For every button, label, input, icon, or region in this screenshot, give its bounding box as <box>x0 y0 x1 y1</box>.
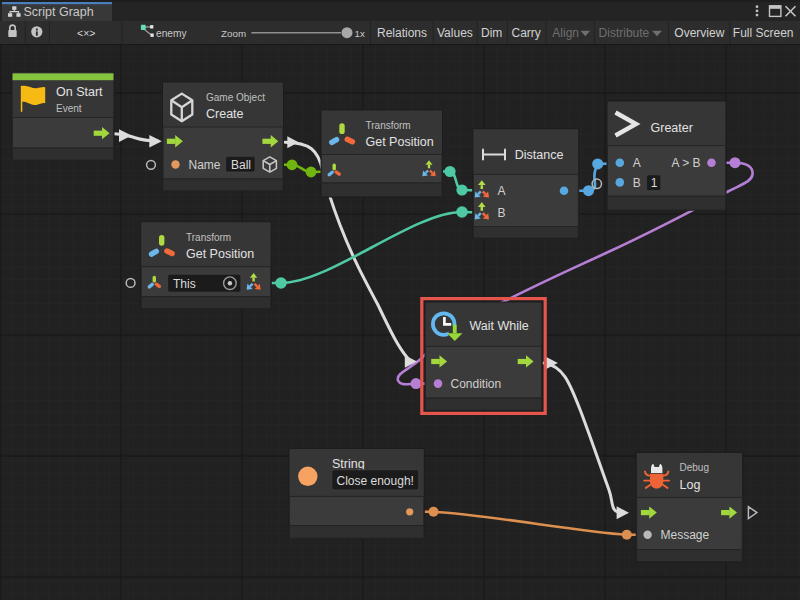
svg-text:Overview: Overview <box>674 26 724 40</box>
svg-text:Ball: Ball <box>231 158 251 172</box>
svg-text:1x: 1x <box>355 28 365 39</box>
svg-text:Close enough!: Close enough! <box>337 474 414 488</box>
svg-text:B: B <box>498 206 506 220</box>
svg-text:Script Graph: Script Graph <box>24 5 94 19</box>
svg-text:A > B: A > B <box>672 156 701 170</box>
svg-text:Dim: Dim <box>481 26 502 40</box>
svg-text:Full Screen: Full Screen <box>733 26 794 40</box>
svg-text:Name: Name <box>189 158 221 172</box>
svg-text:Log: Log <box>680 478 701 492</box>
svg-text:A: A <box>498 184 506 198</box>
svg-text:Event: Event <box>56 103 82 114</box>
svg-text:1: 1 <box>651 176 658 190</box>
svg-text:Create: Create <box>206 107 244 121</box>
svg-text:Wait While: Wait While <box>470 319 529 333</box>
svg-text:Distribute: Distribute <box>599 26 650 40</box>
svg-text:Condition: Condition <box>451 377 502 391</box>
svg-text:Align: Align <box>552 26 579 40</box>
svg-text:String: String <box>332 457 365 471</box>
svg-text:This: This <box>173 277 196 291</box>
svg-text:Distance: Distance <box>515 148 564 162</box>
svg-text:<×>: <×> <box>77 27 95 39</box>
svg-text:B: B <box>633 176 641 190</box>
svg-text:Message: Message <box>661 528 710 542</box>
svg-text:Relations: Relations <box>377 26 427 40</box>
svg-text:Transform: Transform <box>366 120 411 131</box>
svg-text:Debug: Debug <box>680 462 709 473</box>
svg-text:Transform: Transform <box>186 232 231 243</box>
svg-text:A: A <box>633 156 641 170</box>
svg-text:Game Object: Game Object <box>206 92 265 103</box>
svg-text:enemy: enemy <box>156 28 187 39</box>
svg-text:Zoom: Zoom <box>221 28 246 39</box>
svg-text:On Start: On Start <box>56 85 103 99</box>
svg-text:Greater: Greater <box>651 121 693 135</box>
svg-text:Get Position: Get Position <box>366 135 434 149</box>
svg-text:Carry: Carry <box>512 26 541 40</box>
svg-text:Get Position: Get Position <box>186 247 254 261</box>
svg-text:Values: Values <box>437 26 473 40</box>
